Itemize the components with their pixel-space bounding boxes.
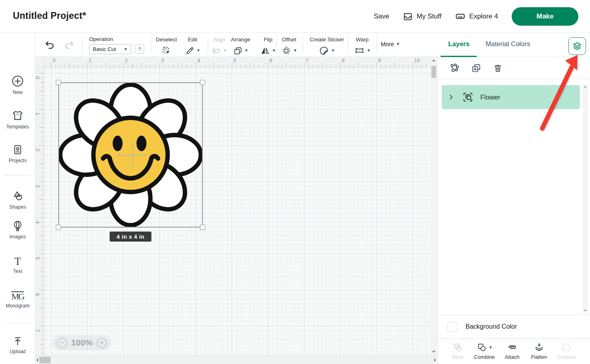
combine-button[interactable]: ▼ Combine (472, 342, 497, 360)
sidebar-divider (4, 175, 31, 175)
ruler-h-label: 1 (89, 57, 92, 63)
group-icon (449, 63, 460, 73)
edit-toolbar: Operation Basic Cut ▼ ? Deselect Edit ▼ … (35, 33, 440, 57)
scroll-up-arrow[interactable] (432, 59, 436, 61)
chevron-down-icon: ▼ (272, 49, 276, 53)
flatten-icon (534, 342, 545, 353)
selection-handle-ne[interactable] (200, 80, 205, 85)
sidebar-item-upload[interactable]: Upload (0, 336, 35, 354)
sidebar-item-monogram[interactable]: MG Monogram (0, 291, 35, 309)
sidebar-divider (4, 323, 31, 323)
horizontal-scrollbar[interactable] (35, 355, 437, 364)
chevron-down-icon: ▼ (196, 49, 200, 53)
tab-layers[interactable]: Layers (448, 40, 470, 48)
sidebar-item-label: Monogram (6, 303, 30, 309)
chevron-down-icon: ▼ (489, 346, 493, 350)
project-title: Untitled Project* (13, 10, 86, 21)
ruler-h-label: 2 (125, 57, 128, 63)
warp-button[interactable]: Warp ▼ (354, 37, 371, 56)
chevron-down-icon: ▼ (396, 42, 400, 46)
delete-button[interactable] (492, 63, 503, 73)
layer-list-scrollbar[interactable] (583, 84, 588, 313)
contour-button[interactable]: Contour (554, 342, 579, 360)
duplicate-icon (471, 63, 482, 73)
scroll-down-arrow[interactable] (432, 351, 436, 353)
offset-button[interactable]: Offset ▼ (281, 37, 297, 56)
sidebar-item-shapes[interactable]: Shapes (0, 189, 35, 210)
flower-artwork[interactable] (59, 83, 202, 227)
chevron-down-icon: ▼ (245, 49, 249, 53)
vertical-scrollbar[interactable] (431, 57, 437, 355)
chevron-down-icon: ▼ (367, 49, 371, 53)
chevron-right-icon[interactable] (447, 94, 455, 101)
scroll-right-arrow[interactable] (434, 358, 436, 362)
background-color-checkbox[interactable] (447, 322, 457, 332)
more-label: More (381, 41, 394, 47)
arrange-button[interactable]: Arrange ▼ (231, 37, 250, 56)
ruler-corner (35, 57, 44, 67)
layers-panel-toggle-button[interactable] (568, 37, 586, 55)
selection-bounding-box[interactable] (58, 82, 203, 228)
scroll-left-arrow[interactable] (36, 358, 38, 362)
sidebar-item-new[interactable]: New (0, 75, 35, 95)
toolbar-separator (302, 36, 303, 54)
ruler-h-label: 7 (306, 57, 308, 63)
flatten-button[interactable]: Flatten (527, 342, 551, 360)
make-button[interactable]: Make (512, 7, 578, 26)
toolbar-separator (348, 36, 349, 54)
deselect-button[interactable]: Deselect (156, 37, 177, 56)
duplicate-button[interactable] (471, 63, 482, 73)
create-sticker-button[interactable]: Create Sticker ▼ (310, 37, 344, 56)
selection-handle-se[interactable] (200, 225, 205, 230)
layer-actions-bar: Slice ▼ Combine Attach Flatten (438, 338, 590, 364)
sidebar-item-templates[interactable]: Templates (0, 109, 35, 130)
redo-button[interactable] (63, 39, 75, 51)
group-button[interactable] (449, 63, 460, 73)
sidebar-item-projects[interactable]: Projects (0, 144, 35, 163)
edit-button[interactable]: Edit ▼ (185, 37, 200, 56)
zoom-in-button[interactable]: + (97, 338, 107, 348)
layers-panel: Layers Material Colors (437, 33, 590, 364)
new-plus-icon (11, 75, 24, 87)
design-canvas[interactable]: 0 1 2 3 4 5 6 7 8 9 10 0 1 2 3 4 5 6 7 (35, 57, 437, 364)
layer-row-flower[interactable]: Flower (442, 85, 580, 109)
vertical-scroll-thumb[interactable] (431, 66, 436, 78)
explore-machine-button[interactable]: Explore 4 (455, 11, 498, 22)
selection-handle-sw[interactable] (56, 225, 61, 230)
sidebar-item-images[interactable]: Images (0, 220, 35, 240)
monogram-icon: MG (11, 291, 24, 301)
zoom-out-button[interactable]: − (57, 338, 67, 348)
flip-button[interactable]: Flip ▼ (260, 37, 276, 56)
ruler-h-label: 3 (161, 57, 164, 63)
toolbar-separator (376, 36, 377, 54)
attach-button[interactable]: Attach (500, 342, 525, 360)
ruler-v-label: 0 (35, 76, 41, 79)
selection-handle-nw[interactable] (56, 80, 61, 85)
operation-help-button[interactable]: ? (135, 45, 144, 54)
save-button[interactable]: Save (374, 12, 389, 20)
redo-icon (63, 39, 75, 51)
background-color-label: Background Color (465, 323, 517, 330)
contour-icon (561, 342, 572, 353)
horizontal-scroll-thumb[interactable] (39, 357, 51, 363)
more-button[interactable]: More ▼ (381, 41, 400, 47)
ruler-v-label: 3 (35, 185, 41, 187)
layer-tools-row (438, 57, 590, 79)
create-sticker-label: Create Sticker (310, 37, 344, 44)
operation-select[interactable]: Basic Cut ▼ (89, 44, 131, 54)
undo-button[interactable] (44, 39, 55, 51)
scroll-down-arrow[interactable] (584, 310, 587, 311)
align-button[interactable]: Align ▼ (211, 37, 227, 56)
scroll-up-arrow[interactable] (584, 86, 587, 87)
sidebar-item-text[interactable]: T Text (0, 256, 35, 274)
ruler-h-label: 8 (342, 57, 345, 63)
tab-material-colors[interactable]: Material Colors (486, 40, 530, 48)
inbox-icon (403, 12, 413, 22)
top-bar: Untitled Project* Save My Stuff Explore … (0, 0, 590, 33)
ruler-h-label: 5 (233, 57, 236, 63)
toolbar-separator (276, 36, 277, 54)
operation-value: Basic Cut (93, 46, 116, 52)
slice-button[interactable]: Slice (445, 342, 470, 360)
chevron-down-icon: ▼ (293, 49, 297, 53)
my-stuff-button[interactable]: My Stuff (403, 12, 441, 22)
